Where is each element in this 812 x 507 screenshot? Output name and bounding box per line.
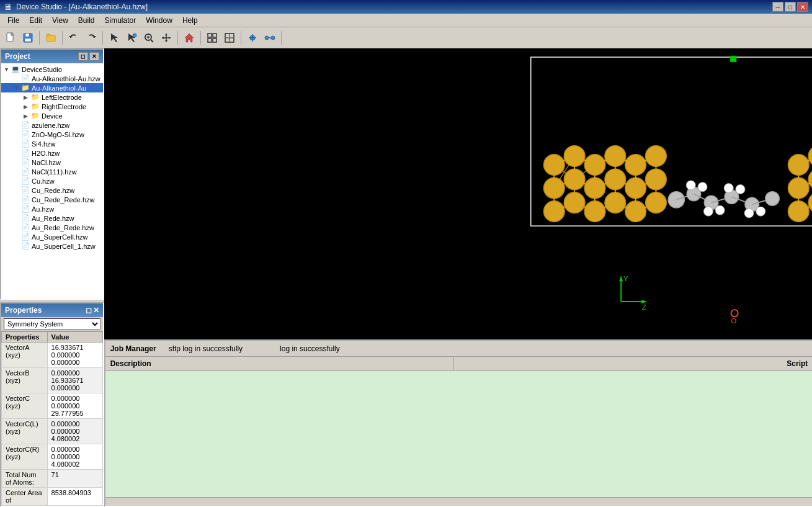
tree-label: Cu.hzw bbox=[32, 177, 55, 185]
viewport[interactable]: Y Z O C bbox=[104, 48, 812, 339]
tree-item[interactable]: 📄ZnO-MgO-Si.hzw bbox=[1, 130, 103, 139]
zoom-fit-button[interactable] bbox=[141, 30, 157, 46]
svg-marker-165 bbox=[619, 276, 623, 281]
prop-filter-bar: Symmetry System bbox=[1, 317, 103, 331]
tree-label: Au-Alkanethiol-Au.hzw bbox=[32, 75, 100, 83]
svg-marker-15 bbox=[165, 34, 167, 35]
project-close-button[interactable]: ✕ bbox=[89, 52, 99, 61]
tree-item[interactable]: 📄NaCl.hzw bbox=[1, 158, 103, 167]
tree-label: Au_SuperCell_1.hzw bbox=[32, 243, 96, 250]
window-title: Device Studio - [Au-Alkanethiol-Au.hzw] bbox=[16, 2, 772, 11]
select-button[interactable] bbox=[106, 30, 122, 46]
tree-item[interactable]: 📄Cu_Rede.hzw bbox=[1, 186, 103, 195]
prop-table-container: Properties Value VectorA (xyz)16.933671 … bbox=[1, 331, 103, 506]
translate-button[interactable] bbox=[158, 30, 174, 46]
menu-view[interactable]: View bbox=[47, 15, 73, 26]
project-restore-button[interactable]: ◻ bbox=[78, 52, 88, 61]
prop-name: VectorC (xyz) bbox=[2, 393, 48, 419]
svg-point-170 bbox=[731, 310, 738, 316]
job-scrollbar[interactable] bbox=[105, 497, 812, 506]
window-controls: ─ □ ✕ bbox=[772, 2, 808, 12]
svg-marker-19 bbox=[185, 34, 194, 42]
select-region-button[interactable] bbox=[123, 30, 140, 46]
open-button[interactable] bbox=[43, 30, 59, 46]
tree-item[interactable]: 📄Cu.hzw bbox=[1, 176, 103, 186]
tree-expand: ▼ bbox=[4, 66, 11, 73]
project-tree[interactable]: ▼💻DeviceStudio 📄Au-Alkanethiol-Au.hzw▼📁A… bbox=[1, 63, 103, 298]
minimize-button[interactable]: ─ bbox=[772, 2, 783, 12]
tree-icon: 📁 bbox=[31, 102, 40, 110]
tree-item[interactable]: 📄Si4.hzw bbox=[1, 139, 103, 148]
svg-point-8 bbox=[133, 34, 136, 37]
tree-item[interactable]: 📄Au-Alkanethiol-Au.hzw bbox=[1, 74, 103, 83]
svg-rect-20 bbox=[208, 34, 212, 37]
prop-value: 0.000000 0.000000 4.080002 bbox=[47, 419, 102, 444]
tree-item[interactable]: 📄Au_Rede_Rede.hzw bbox=[1, 223, 103, 232]
prop-value: 8538.804903 bbox=[47, 488, 102, 506]
svg-point-94 bbox=[686, 181, 695, 190]
tree-label: NaCl.hzw bbox=[32, 159, 61, 166]
svg-marker-17 bbox=[162, 37, 164, 39]
tree-icon: 📄 bbox=[21, 223, 30, 231]
prop-value: 0.000000 0.000000 29.777955 bbox=[47, 393, 102, 419]
tree-item[interactable]: ▼💻DeviceStudio bbox=[1, 65, 103, 74]
prop-name: VectorC(R)(xyz) bbox=[2, 444, 48, 470]
tree-icon: 📄 bbox=[21, 149, 30, 157]
tree-item[interactable]: ▼📁Au-Alkanethiol-Au bbox=[1, 83, 103, 92]
view-btn2[interactable] bbox=[221, 30, 238, 46]
tree-label: Au_Rede_Rede.hzw bbox=[32, 224, 94, 231]
tree-item[interactable]: 📄Au_SuperCell_1.hzw bbox=[1, 241, 103, 251]
job-table-area: Description Script Commit Status Status … bbox=[105, 357, 812, 497]
symmetry-filter[interactable]: Symmetry System bbox=[4, 318, 100, 330]
svg-point-93 bbox=[765, 192, 779, 206]
svg-rect-22 bbox=[208, 38, 212, 42]
maximize-button[interactable]: □ bbox=[785, 2, 796, 12]
tree-item[interactable]: 📄Cu_Rede_Rede.hzw bbox=[1, 195, 103, 204]
svg-point-101 bbox=[756, 207, 765, 216]
redo-button[interactable] bbox=[83, 30, 99, 46]
properties-close-button[interactable]: ✕ bbox=[93, 306, 99, 315]
menu-edit[interactable]: Edit bbox=[24, 15, 47, 26]
tree-label: NaCl(111).hzw bbox=[32, 168, 77, 176]
properties-restore-button[interactable]: ◻ bbox=[86, 306, 92, 315]
bond-button[interactable] bbox=[262, 30, 278, 46]
menu-window[interactable]: Window bbox=[141, 15, 177, 26]
undo-button[interactable] bbox=[66, 30, 82, 46]
tree-item[interactable]: ▶📁Device bbox=[1, 111, 103, 120]
menu-bar: File Edit View Build Simulator Window He… bbox=[0, 14, 812, 27]
tree-label: H2O.hzw bbox=[32, 150, 60, 157]
menu-simulator[interactable]: Simulator bbox=[100, 15, 141, 26]
prop-name: Total Num of Atoms: bbox=[2, 470, 48, 488]
save-button[interactable] bbox=[20, 30, 36, 46]
new-button[interactable] bbox=[2, 30, 19, 46]
svg-text:Z: Z bbox=[642, 303, 646, 311]
svg-marker-18 bbox=[169, 37, 171, 39]
title-bar: 🖥 Device Studio - [Au-Alkanethiol-Au.hzw… bbox=[0, 0, 812, 14]
tree-item[interactable]: 📄H2O.hzw bbox=[1, 148, 103, 158]
tree-label: Device bbox=[42, 112, 63, 120]
view-btn1[interactable] bbox=[204, 30, 220, 46]
tree-item[interactable]: 📄Au_SuperCell.hzw bbox=[1, 232, 103, 241]
tree-icon: 📄 bbox=[21, 158, 30, 166]
svg-point-97 bbox=[715, 205, 725, 215]
tree-item[interactable]: ▶📁LeftElectrode bbox=[1, 92, 103, 102]
svg-point-100 bbox=[744, 209, 754, 218]
tree-item[interactable]: 📄azulene.hzw bbox=[1, 120, 103, 130]
bottom-panels: Job Manager sftp log in successfully log… bbox=[104, 339, 812, 507]
table-row: VectorA (xyz)16.933671 0.000000 0.000000 bbox=[2, 343, 103, 368]
add-atom-button[interactable] bbox=[244, 30, 261, 46]
tree-item[interactable]: 📄NaCl(111).hzw bbox=[1, 167, 103, 176]
tree-item[interactable]: 📄Au_Rede.hzw bbox=[1, 213, 103, 223]
tree-item[interactable]: 📄Au.hzw bbox=[1, 204, 103, 213]
coord-axes: Y Z bbox=[619, 275, 647, 311]
properties-table: Properties Value VectorA (xyz)16.933671 … bbox=[1, 331, 103, 506]
tree-icon: 📄 bbox=[21, 140, 30, 148]
home-view-button[interactable] bbox=[181, 30, 197, 46]
sftp-status: sftp log in successfully bbox=[169, 344, 243, 353]
menu-build[interactable]: Build bbox=[73, 15, 100, 26]
menu-help[interactable]: Help bbox=[177, 15, 203, 26]
svg-rect-23 bbox=[213, 38, 216, 42]
tree-item[interactable]: ▶📁RightElectrode bbox=[1, 102, 103, 111]
menu-file[interactable]: File bbox=[2, 15, 24, 26]
close-button[interactable]: ✕ bbox=[797, 2, 808, 12]
